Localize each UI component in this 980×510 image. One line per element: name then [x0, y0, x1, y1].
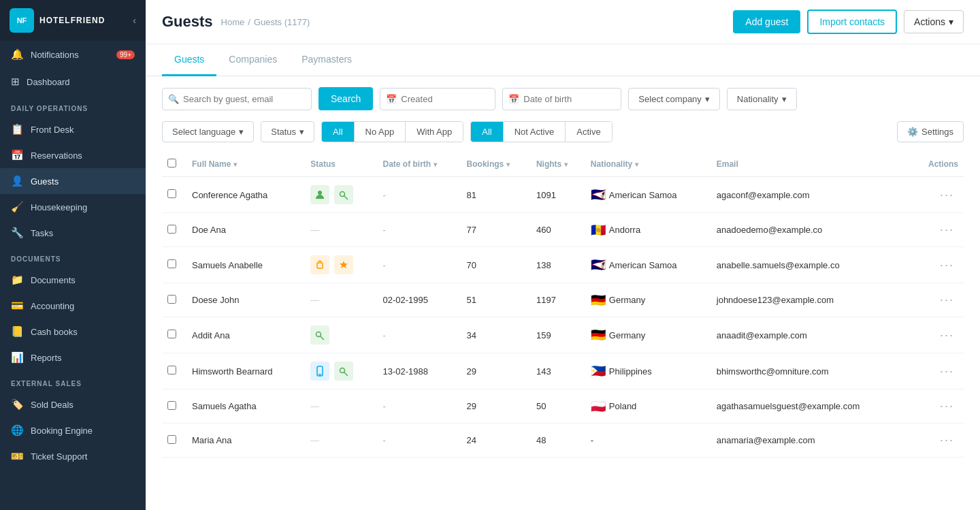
row-full-name[interactable]: Doese John — [186, 283, 305, 317]
active-filter-all[interactable]: All — [471, 122, 503, 142]
svg-line-10 — [344, 372, 348, 377]
select-language-button[interactable]: Select language ▾ — [162, 121, 254, 142]
actions-button[interactable]: Actions ▾ — [904, 10, 964, 33]
sidebar-item-housekeeping[interactable]: 🧹 Housekeeping — [0, 194, 146, 220]
date-birth-wrap: 📅 — [502, 88, 621, 110]
row-full-name[interactable]: Samuels Anabelle — [186, 247, 305, 283]
sidebar-item-documents[interactable]: 📁 Documents — [0, 267, 146, 293]
row-checkbox[interactable] — [167, 366, 176, 374]
sidebar-item-reservations[interactable]: 📅 Reservations — [0, 142, 146, 168]
sidebar-item-booking-engine[interactable]: 🌐 Booking Engine — [0, 417, 146, 443]
search-button[interactable]: Search — [318, 87, 373, 110]
row-actions-button[interactable]: ··· — [936, 187, 958, 204]
app-filter-all[interactable]: All — [322, 122, 354, 142]
row-dob: 02-02-1995 — [377, 283, 461, 317]
row-bookings: 29 — [461, 389, 531, 424]
settings-gear-icon: ⚙️ — [907, 127, 918, 137]
tab-companies[interactable]: Companies — [216, 44, 289, 76]
sidebar-item-tasks[interactable]: 🔧 Tasks — [0, 220, 146, 246]
row-email[interactable]: anabelle.samuels@example.co — [711, 247, 911, 283]
col-dob: Date of birth ▾ — [377, 152, 461, 177]
guests-icon: 👤 — [11, 175, 24, 187]
row-checkbox[interactable] — [167, 435, 176, 444]
notification-badge: 99+ — [116, 50, 135, 59]
row-actions-button[interactable]: ··· — [936, 221, 958, 238]
row-full-name[interactable]: Himsworth Bearnard — [186, 353, 305, 389]
import-contacts-button[interactable]: Import contacts — [807, 10, 897, 34]
add-guest-button[interactable]: Add guest — [733, 10, 800, 33]
sidebar-item-ticket-support[interactable]: 🎫 Ticket Support — [0, 443, 146, 469]
sidebar-collapse-icon[interactable]: ‹ — [133, 15, 136, 26]
search-input[interactable] — [162, 88, 312, 110]
calendar-icon: 📅 — [386, 94, 397, 104]
sort-arrow-name[interactable]: ▾ — [233, 161, 237, 168]
row-bookings: 34 — [461, 317, 531, 353]
row-full-name[interactable]: Samuels Agatha — [186, 389, 305, 424]
reservations-icon: 📅 — [11, 149, 24, 161]
col-actions: Actions — [911, 152, 964, 177]
sidebar-section-daily: DAILY OPERATIONS — [0, 95, 146, 116]
nationality-button[interactable]: Nationality ▾ — [727, 88, 797, 110]
row-full-name[interactable]: Conference Agatha — [186, 177, 305, 213]
row-actions-button[interactable]: ··· — [936, 363, 958, 380]
tab-paymasters[interactable]: Paymasters — [289, 44, 364, 76]
row-email[interactable]: johndoese123@example.com — [711, 283, 911, 317]
row-status — [305, 177, 377, 213]
row-checkbox[interactable] — [167, 401, 176, 410]
row-actions-cell: ··· — [911, 353, 964, 389]
row-email[interactable]: agaconf@example.com — [711, 177, 911, 213]
date-created-input[interactable] — [380, 88, 495, 110]
row-actions-button[interactable]: ··· — [936, 327, 958, 344]
sort-arrow-bookings[interactable]: ▾ — [506, 161, 510, 168]
row-actions-button[interactable]: ··· — [936, 291, 958, 308]
sidebar-item-reports[interactable]: 📊 Reports — [0, 345, 146, 370]
svg-point-5 — [316, 332, 321, 337]
row-checkbox[interactable] — [167, 225, 176, 234]
app-filter-no-app[interactable]: No App — [355, 122, 406, 142]
sort-arrow-nationality[interactable]: ▾ — [635, 161, 638, 168]
row-email[interactable]: agathasamuelsguest@example.com — [711, 389, 911, 424]
row-checkbox[interactable] — [167, 259, 176, 268]
sidebar-item-dashboard[interactable]: ⊞ Dashboard — [0, 68, 146, 95]
sort-arrow-dob[interactable]: ▾ — [434, 161, 437, 168]
table-row: Doe Ana — - 77 460 🇦🇩 Andorra anadoedemo… — [162, 213, 964, 247]
row-email[interactable]: anadoedemo@example.co — [711, 213, 911, 247]
select-company-button[interactable]: Select company ▾ — [628, 88, 720, 110]
row-checkbox[interactable] — [167, 330, 176, 338]
sold-deals-icon: 🏷️ — [11, 398, 24, 411]
row-actions-cell: ··· — [911, 424, 964, 458]
row-dob: 13-02-1988 — [377, 353, 461, 389]
sidebar-item-sold-deals[interactable]: 🏷️ Sold Deals — [0, 392, 146, 417]
active-filter-not-active[interactable]: Not Active — [504, 122, 566, 142]
status-button[interactable]: Status ▾ — [261, 121, 314, 142]
breadcrumb-home[interactable]: Home — [221, 17, 245, 27]
row-actions-button[interactable]: ··· — [936, 432, 958, 449]
tab-guests[interactable]: Guests — [162, 44, 216, 76]
row-email[interactable]: anaadit@example.com — [711, 317, 911, 353]
select-all-checkbox[interactable] — [167, 159, 176, 168]
row-status — [305, 247, 377, 283]
sidebar-item-front-desk[interactable]: 📋 Front Desk — [0, 116, 146, 142]
front-desk-icon: 📋 — [11, 123, 24, 136]
sidebar-item-accounting[interactable]: 💳 Accounting — [0, 293, 146, 319]
row-email[interactable]: bhimsworthc@omniture.com — [711, 353, 911, 389]
row-actions-button[interactable]: ··· — [936, 257, 958, 274]
row-dob: - — [377, 247, 461, 283]
svg-marker-4 — [340, 261, 348, 268]
sidebar-item-guests[interactable]: 👤 Guests — [0, 168, 146, 194]
active-filter-active[interactable]: Active — [566, 122, 611, 142]
sidebar-item-cash-books[interactable]: 📒 Cash books — [0, 319, 146, 345]
app-filter-with-app[interactable]: With App — [406, 122, 463, 142]
settings-button[interactable]: ⚙️ Settings — [897, 121, 964, 142]
sort-arrow-nights[interactable]: ▾ — [564, 161, 568, 168]
row-actions-button[interactable]: ··· — [936, 398, 958, 415]
row-full-name[interactable]: Addit Ana — [186, 317, 305, 353]
date-birth-input[interactable] — [502, 88, 621, 110]
row-checkbox[interactable] — [167, 189, 176, 198]
row-full-name[interactable]: Doe Ana — [186, 213, 305, 247]
row-email[interactable]: anamaria@example.com — [711, 424, 911, 458]
row-full-name[interactable]: Maria Ana — [186, 424, 305, 458]
sidebar-item-notifications[interactable]: 🔔 Notifications 99+ — [0, 41, 146, 68]
row-status: — — [305, 213, 377, 247]
row-checkbox[interactable] — [167, 295, 176, 304]
